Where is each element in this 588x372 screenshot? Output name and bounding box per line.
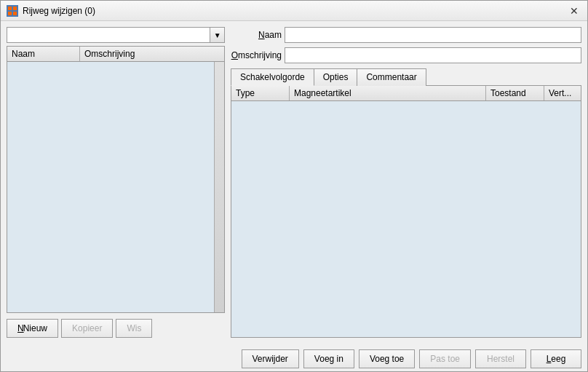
- omschrijving-label: Omschrijving: [231, 50, 282, 60]
- delete-button[interactable]: Wis: [116, 319, 152, 338]
- left-dropdown[interactable]: [7, 27, 210, 43]
- left-table-body[interactable]: [7, 62, 224, 312]
- left-table-header: Naam Omschrijving: [7, 47, 224, 62]
- copy-button[interactable]: Kopieer: [61, 319, 113, 338]
- left-panel: ▼ Naam Omschrijving NNieuw Kopieer: [7, 27, 225, 338]
- svg-rect-1: [8, 7, 12, 10]
- herstel-label: Herstel: [487, 354, 514, 364]
- copy-button-label: Kopieer: [72, 323, 102, 333]
- tabs-container: Schakelvolgorde Opties Commentaar Type M…: [231, 68, 581, 338]
- delete-button-label: Wis: [127, 323, 141, 333]
- window-title: Rijweg wijzigen (0): [23, 6, 95, 16]
- col-omschrijving-header: Omschrijving: [80, 47, 224, 61]
- tab-table-body[interactable]: [231, 101, 581, 337]
- pas-toe-button[interactable]: Pas toe: [419, 349, 471, 368]
- col-type-header: Type: [231, 86, 290, 100]
- dropdown-row: ▼: [7, 27, 225, 43]
- tab-content: Type Magneetartikel Toestand Vert...: [231, 86, 581, 338]
- col-naam-header: Naam: [7, 47, 80, 61]
- pas-toe-label: Pas toe: [430, 354, 460, 364]
- bottom-buttons: Verwijder Voeg in Voeg toe Pas toe Herst…: [1, 344, 587, 371]
- voeg-toe-label: Voeg toe: [370, 354, 404, 364]
- tab-bar: Schakelvolgorde Opties Commentaar: [231, 68, 581, 86]
- right-panel: Naam Omschrijving Schakelvolgorde Opt: [231, 27, 581, 338]
- title-bar-right: ✕: [567, 4, 581, 18]
- app-icon: [7, 5, 18, 17]
- close-button[interactable]: ✕: [567, 4, 581, 18]
- left-bottom-buttons: NNieuw Kopieer Wis: [7, 316, 225, 338]
- naam-input[interactable]: [285, 27, 581, 43]
- omschrijving-row: Omschrijving: [231, 47, 581, 63]
- svg-rect-3: [8, 12, 12, 15]
- window-content: ▼ Naam Omschrijving NNieuw Kopieer: [1, 21, 587, 344]
- title-bar: Rijweg wijzigen (0) ✕: [1, 1, 587, 21]
- new-button[interactable]: NNieuw: [7, 319, 58, 338]
- tab-table-header: Type Magneetartikel Toestand Vert...: [231, 86, 581, 101]
- left-table: Naam Omschrijving: [7, 46, 225, 313]
- dropdown-arrow-button[interactable]: ▼: [210, 27, 225, 43]
- verwijder-button[interactable]: Verwijder: [242, 349, 299, 368]
- title-bar-left: Rijweg wijzigen (0): [7, 5, 95, 17]
- tab-schakelvolgorde[interactable]: Schakelvolgorde: [231, 68, 314, 86]
- tab-commentaar[interactable]: Commentaar: [357, 68, 426, 86]
- herstel-button[interactable]: Herstel: [475, 349, 526, 368]
- col-vert-header: Vert...: [544, 86, 581, 100]
- voeg-in-button[interactable]: Voeg in: [303, 349, 354, 368]
- naam-label: Naam: [231, 30, 282, 40]
- omschrijving-input[interactable]: [285, 47, 581, 63]
- col-toestand-header: Toestand: [486, 86, 544, 100]
- leeg-button[interactable]: Leeg: [531, 349, 581, 368]
- naam-row: Naam: [231, 27, 581, 43]
- main-window: Rijweg wijzigen (0) ✕ ▼ Naam Omschrijvin…: [0, 0, 588, 372]
- voeg-in-label: Voeg in: [314, 354, 343, 364]
- verwijder-label: Verwijder: [253, 354, 288, 364]
- tab-opties[interactable]: Opties: [314, 68, 358, 86]
- svg-rect-2: [13, 7, 17, 10]
- left-scrollbar[interactable]: [214, 62, 224, 312]
- voeg-toe-button[interactable]: Voeg toe: [359, 349, 415, 368]
- col-magneet-header: Magneetartikel: [290, 86, 486, 100]
- svg-rect-4: [13, 12, 17, 15]
